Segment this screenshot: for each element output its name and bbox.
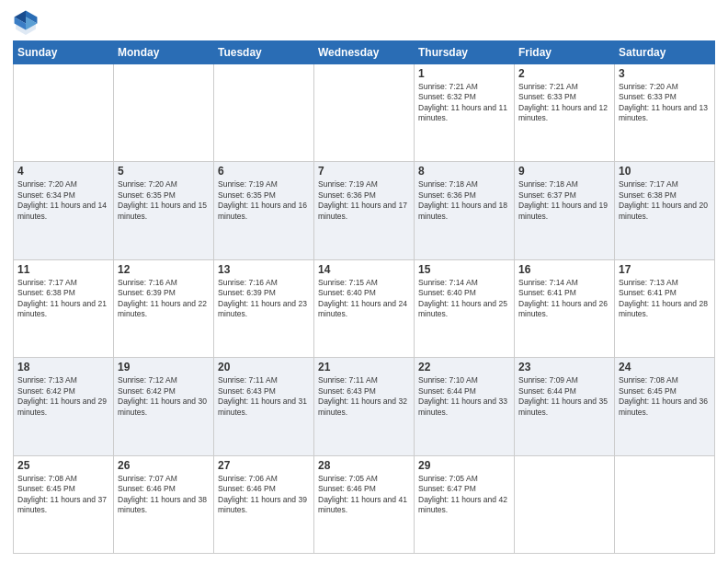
day-cell: 7Sunrise: 7:19 AMSunset: 6:36 PMDaylight… xyxy=(314,162,415,259)
day-number: 9 xyxy=(518,165,610,178)
day-info: Sunrise: 7:13 AMSunset: 6:42 PMDaylight:… xyxy=(17,375,109,418)
day-cell: 9Sunrise: 7:18 AMSunset: 6:37 PMDaylight… xyxy=(515,162,615,259)
day-cell: 2Sunrise: 7:21 AMSunset: 6:33 PMDaylight… xyxy=(515,64,615,162)
day-cell: 27Sunrise: 7:06 AMSunset: 6:46 PMDayligh… xyxy=(214,455,314,553)
weekday-header-friday: Friday xyxy=(515,41,615,64)
week-row-1: 1Sunrise: 7:21 AMSunset: 6:32 PMDaylight… xyxy=(14,64,715,162)
day-number: 8 xyxy=(418,165,510,178)
day-number: 11 xyxy=(17,263,109,276)
day-cell: 29Sunrise: 7:05 AMSunset: 6:47 PMDayligh… xyxy=(415,455,515,553)
day-cell: 11Sunrise: 7:17 AMSunset: 6:38 PMDayligh… xyxy=(14,259,114,357)
day-cell: 19Sunrise: 7:12 AMSunset: 6:42 PMDayligh… xyxy=(114,358,214,455)
header xyxy=(13,9,715,35)
day-number: 13 xyxy=(218,263,310,276)
day-cell xyxy=(314,64,415,162)
day-info: Sunrise: 7:14 AMSunset: 6:41 PMDaylight:… xyxy=(518,278,610,320)
weekday-header-tuesday: Tuesday xyxy=(214,41,314,64)
day-info: Sunrise: 7:19 AMSunset: 6:35 PMDaylight:… xyxy=(218,179,310,222)
weekday-header-saturday: Saturday xyxy=(615,41,715,64)
day-cell: 17Sunrise: 7:13 AMSunset: 6:41 PMDayligh… xyxy=(615,259,715,357)
day-info: Sunrise: 7:20 AMSunset: 6:35 PMDaylight:… xyxy=(118,179,210,222)
day-info: Sunrise: 7:18 AMSunset: 6:36 PMDaylight:… xyxy=(418,179,510,222)
day-cell: 8Sunrise: 7:18 AMSunset: 6:36 PMDaylight… xyxy=(415,162,515,259)
week-row-4: 18Sunrise: 7:13 AMSunset: 6:42 PMDayligh… xyxy=(14,358,715,455)
day-number: 25 xyxy=(17,459,109,472)
day-number: 16 xyxy=(518,263,610,276)
day-cell: 16Sunrise: 7:14 AMSunset: 6:41 PMDayligh… xyxy=(515,259,615,357)
day-number: 10 xyxy=(619,165,711,178)
day-cell: 23Sunrise: 7:09 AMSunset: 6:44 PMDayligh… xyxy=(515,358,615,455)
day-cell: 6Sunrise: 7:19 AMSunset: 6:35 PMDaylight… xyxy=(214,162,314,259)
day-info: Sunrise: 7:19 AMSunset: 6:36 PMDaylight:… xyxy=(318,179,410,222)
day-info: Sunrise: 7:08 AMSunset: 6:45 PMDaylight:… xyxy=(619,375,711,418)
day-cell: 20Sunrise: 7:11 AMSunset: 6:43 PMDayligh… xyxy=(214,358,314,455)
day-info: Sunrise: 7:10 AMSunset: 6:44 PMDaylight:… xyxy=(418,375,510,418)
day-number: 2 xyxy=(518,67,610,80)
day-number: 3 xyxy=(619,67,711,80)
day-cell: 5Sunrise: 7:20 AMSunset: 6:35 PMDaylight… xyxy=(114,162,214,259)
day-cell: 18Sunrise: 7:13 AMSunset: 6:42 PMDayligh… xyxy=(14,358,114,455)
day-cell xyxy=(114,64,214,162)
day-cell: 1Sunrise: 7:21 AMSunset: 6:32 PMDaylight… xyxy=(415,64,515,162)
day-number: 17 xyxy=(619,263,711,276)
day-cell xyxy=(14,64,114,162)
day-number: 23 xyxy=(518,361,610,373)
weekday-header-wednesday: Wednesday xyxy=(314,41,415,64)
day-number: 5 xyxy=(118,165,210,178)
day-info: Sunrise: 7:14 AMSunset: 6:40 PMDaylight:… xyxy=(418,278,510,320)
day-info: Sunrise: 7:16 AMSunset: 6:39 PMDaylight:… xyxy=(118,278,210,320)
logo-icon xyxy=(13,9,39,35)
day-info: Sunrise: 7:06 AMSunset: 6:46 PMDaylight:… xyxy=(218,474,310,516)
day-number: 12 xyxy=(118,263,210,276)
day-cell xyxy=(214,64,314,162)
day-cell: 12Sunrise: 7:16 AMSunset: 6:39 PMDayligh… xyxy=(114,259,214,357)
day-info: Sunrise: 7:05 AMSunset: 6:46 PMDaylight:… xyxy=(318,474,410,516)
weekday-header-sunday: Sunday xyxy=(14,41,114,64)
day-number: 22 xyxy=(418,361,510,373)
day-cell: 3Sunrise: 7:20 AMSunset: 6:33 PMDaylight… xyxy=(615,64,715,162)
weekday-header-row: SundayMondayTuesdayWednesdayThursdayFrid… xyxy=(14,41,715,64)
day-number: 15 xyxy=(418,263,510,276)
day-info: Sunrise: 7:11 AMSunset: 6:43 PMDaylight:… xyxy=(218,375,310,418)
day-cell: 22Sunrise: 7:10 AMSunset: 6:44 PMDayligh… xyxy=(415,358,515,455)
calendar-page: SundayMondayTuesdayWednesdayThursdayFrid… xyxy=(0,0,728,563)
day-number: 24 xyxy=(619,361,711,373)
day-cell xyxy=(615,455,715,553)
day-number: 14 xyxy=(318,263,410,276)
day-cell: 24Sunrise: 7:08 AMSunset: 6:45 PMDayligh… xyxy=(615,358,715,455)
day-cell: 26Sunrise: 7:07 AMSunset: 6:46 PMDayligh… xyxy=(114,455,214,553)
day-cell: 15Sunrise: 7:14 AMSunset: 6:40 PMDayligh… xyxy=(415,259,515,357)
week-row-2: 4Sunrise: 7:20 AMSunset: 6:34 PMDaylight… xyxy=(14,162,715,259)
day-info: Sunrise: 7:08 AMSunset: 6:45 PMDaylight:… xyxy=(17,474,109,516)
day-info: Sunrise: 7:07 AMSunset: 6:46 PMDaylight:… xyxy=(118,474,210,516)
day-info: Sunrise: 7:17 AMSunset: 6:38 PMDaylight:… xyxy=(17,278,109,320)
day-number: 19 xyxy=(118,361,210,373)
day-info: Sunrise: 7:12 AMSunset: 6:42 PMDaylight:… xyxy=(118,375,210,418)
day-info: Sunrise: 7:16 AMSunset: 6:39 PMDaylight:… xyxy=(218,278,310,320)
day-info: Sunrise: 7:09 AMSunset: 6:44 PMDaylight:… xyxy=(518,375,610,418)
day-cell: 25Sunrise: 7:08 AMSunset: 6:45 PMDayligh… xyxy=(14,455,114,553)
week-row-5: 25Sunrise: 7:08 AMSunset: 6:45 PMDayligh… xyxy=(14,455,715,553)
day-number: 6 xyxy=(218,165,310,178)
day-info: Sunrise: 7:21 AMSunset: 6:33 PMDaylight:… xyxy=(518,82,610,124)
day-number: 20 xyxy=(218,361,310,373)
weekday-header-thursday: Thursday xyxy=(415,41,515,64)
day-number: 26 xyxy=(118,459,210,472)
day-cell: 4Sunrise: 7:20 AMSunset: 6:34 PMDaylight… xyxy=(14,162,114,259)
day-cell: 13Sunrise: 7:16 AMSunset: 6:39 PMDayligh… xyxy=(214,259,314,357)
day-info: Sunrise: 7:18 AMSunset: 6:37 PMDaylight:… xyxy=(518,179,610,222)
day-cell: 14Sunrise: 7:15 AMSunset: 6:40 PMDayligh… xyxy=(314,259,415,357)
day-number: 1 xyxy=(418,67,510,80)
day-cell: 10Sunrise: 7:17 AMSunset: 6:38 PMDayligh… xyxy=(615,162,715,259)
day-info: Sunrise: 7:13 AMSunset: 6:41 PMDaylight:… xyxy=(619,278,711,320)
day-number: 27 xyxy=(218,459,310,472)
day-number: 7 xyxy=(318,165,410,178)
day-info: Sunrise: 7:17 AMSunset: 6:38 PMDaylight:… xyxy=(619,179,711,222)
day-number: 21 xyxy=(318,361,410,373)
day-number: 29 xyxy=(418,459,510,472)
day-info: Sunrise: 7:15 AMSunset: 6:40 PMDaylight:… xyxy=(318,278,410,320)
week-row-3: 11Sunrise: 7:17 AMSunset: 6:38 PMDayligh… xyxy=(14,259,715,357)
weekday-header-monday: Monday xyxy=(114,41,214,64)
day-info: Sunrise: 7:11 AMSunset: 6:43 PMDaylight:… xyxy=(318,375,410,418)
day-cell xyxy=(515,455,615,553)
